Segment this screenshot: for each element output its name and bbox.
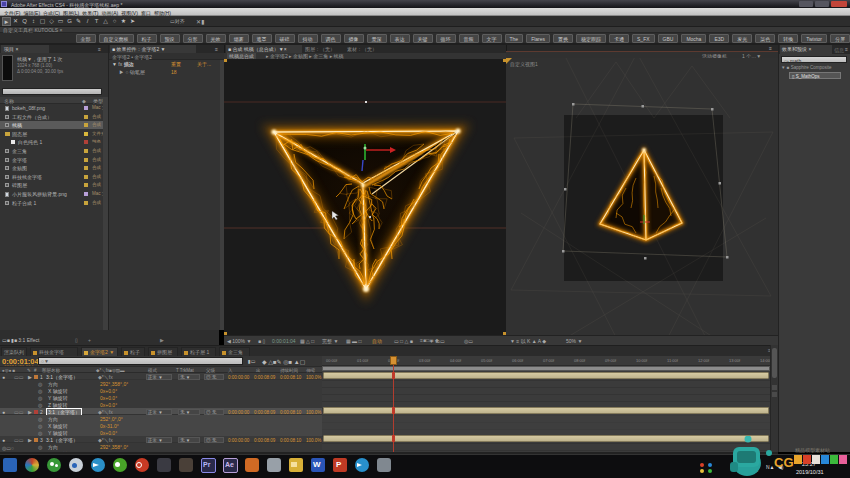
- svg-text:自定义视图1: 自定义视图1: [510, 61, 538, 68]
